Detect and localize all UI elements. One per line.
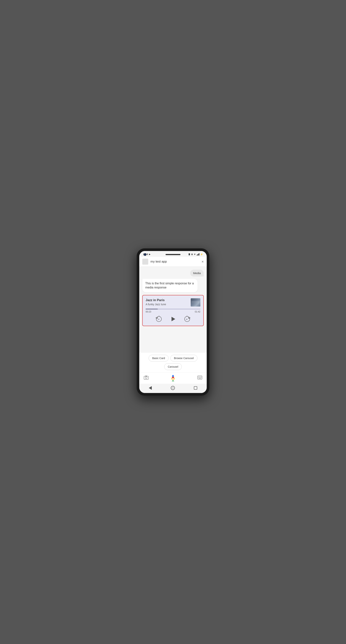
forward-button[interactable]: 30 (183, 315, 191, 323)
svg-rect-15 (198, 376, 199, 377)
svg-point-7 (145, 377, 147, 379)
nav-back-button[interactable] (149, 386, 152, 390)
chip-browse-carousel[interactable]: Browse Carousel (170, 355, 197, 362)
svg-text:10: 10 (158, 318, 159, 320)
user-message-text: Media (193, 272, 201, 275)
play-button[interactable] (169, 315, 177, 323)
user-bubble: Media (190, 270, 204, 276)
svg-rect-23 (199, 378, 201, 378)
rewind-button[interactable]: 10 (155, 315, 163, 323)
camera-icon[interactable] (144, 376, 149, 381)
phone-camera (144, 253, 146, 256)
nav-home-button[interactable] (171, 386, 175, 390)
keyboard-svg (197, 376, 202, 380)
mic-button[interactable] (170, 375, 176, 382)
svg-rect-19 (198, 377, 199, 378)
camera-svg (144, 376, 149, 380)
vibrate-icon: 📳 (188, 253, 190, 255)
svg-rect-13 (172, 381, 174, 381)
svg-marker-4 (188, 317, 189, 319)
svg-text:30: 30 (186, 318, 188, 320)
nav-recents-button[interactable] (194, 386, 197, 390)
bottom-input-bar (139, 372, 207, 384)
bot-bubble: This is the first simple response for a … (142, 279, 198, 292)
signal-bar-4 (199, 253, 199, 256)
mic-svg-icon (170, 375, 176, 382)
media-player-card: Jazz in Paris A funky Jazz tune 00:23 01… (142, 295, 204, 326)
media-info-row: Jazz in Paris A funky Jazz tune (146, 298, 200, 306)
media-title: Jazz in Paris (146, 298, 166, 302)
wifi-icon: ▼ (194, 253, 196, 256)
forward-30-icon: 30 (184, 316, 191, 322)
progress-bar-background[interactable] (146, 309, 200, 309)
keyboard-icon[interactable] (197, 376, 202, 380)
rewind-10-icon: 10 (155, 316, 162, 322)
signal-icon (197, 253, 199, 256)
dnd-icon: ⊖ (191, 253, 193, 256)
progress-section: 00:23 01:42 (146, 309, 200, 313)
svg-rect-21 (200, 377, 201, 378)
app-name-label: my test app (150, 260, 199, 264)
phone-speaker (166, 254, 180, 255)
signal-bar-3 (198, 254, 199, 256)
app-header: my test app × (139, 257, 207, 267)
play-status-icon: ▶ (149, 253, 150, 255)
svg-rect-18 (201, 376, 202, 377)
media-subtitle: A funky Jazz tune (146, 303, 166, 306)
bot-message-text: This is the first simple response for a … (145, 282, 194, 289)
signal-bar-2 (197, 254, 198, 256)
chip-carousel[interactable]: Carousel (164, 363, 182, 370)
chat-area: Media This is the first simple response … (139, 267, 207, 352)
phone-frame: 2:24 ▶ 📳 ⊖ ▼ ⚡ (137, 248, 209, 396)
svg-rect-17 (200, 376, 201, 377)
play-icon (172, 317, 175, 321)
media-controls: 10 30 (146, 315, 200, 323)
media-thumbnail (191, 298, 200, 306)
svg-rect-22 (201, 377, 202, 378)
suggestion-chips: Basic Card Browse Carousel Carousel (139, 352, 207, 372)
media-text: Jazz in Paris A funky Jazz tune (146, 298, 166, 306)
app-icon (142, 259, 148, 264)
phone-screen: 2:24 ▶ 📳 ⊖ ▼ ⚡ (139, 251, 207, 393)
svg-rect-16 (199, 376, 200, 377)
time-total: 01:42 (195, 310, 200, 313)
signal-bar-1 (197, 255, 197, 256)
close-button[interactable]: × (202, 260, 204, 264)
status-right: 📳 ⊖ ▼ ⚡ (188, 253, 203, 256)
time-row: 00:23 01:42 (146, 310, 200, 313)
battery-icon: ⚡ (200, 253, 203, 256)
svg-rect-20 (199, 377, 200, 378)
time-current: 00:23 (146, 310, 151, 313)
user-message-wrapper: Media (142, 270, 204, 276)
progress-bar-fill (146, 309, 158, 309)
svg-rect-8 (145, 376, 147, 376)
svg-rect-11 (172, 378, 174, 378)
navigation-bar (139, 384, 207, 393)
chip-basic-card[interactable]: Basic Card (149, 355, 168, 362)
